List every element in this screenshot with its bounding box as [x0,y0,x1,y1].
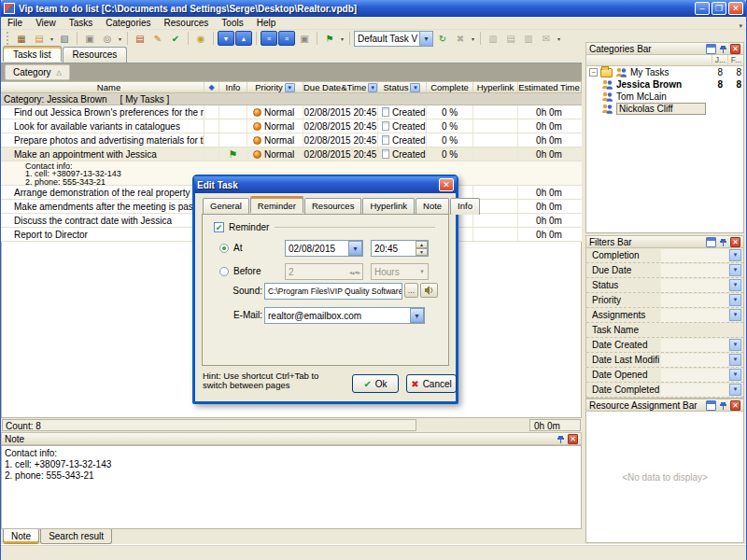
before-unit-combobox[interactable]: Hours ▼ [371,263,429,280]
tree-item-my-tasks[interactable]: − My Tasks 8 8 [586,66,743,78]
close-icon[interactable]: ✕ [730,44,740,54]
tab-hyperlink[interactable]: Hyperlink [362,198,415,215]
tree-item-tom-mclain[interactable]: Tom McLain [586,91,743,103]
filter-icon[interactable]: ▼ [410,83,420,92]
column-status[interactable]: Status▼ [378,82,427,92]
column-hyperlink[interactable]: Hyperlink [473,82,518,92]
spin-down-icon[interactable]: ▼ [416,248,428,256]
pin-icon[interactable] [718,400,728,411]
reminder-date-combobox[interactable]: 02/08/2015 ▼ [285,240,363,257]
table-row[interactable]: Look for available variants in catalogue… [1,119,582,133]
filter-date-last-modified[interactable]: Date Last Modifi▼ [586,353,743,368]
chevron-down-icon[interactable]: ▼ [729,339,741,351]
email-combobox[interactable]: realtor@emailbox.com ▼ [264,307,425,324]
cancel-button[interactable]: ✖Cancel [406,374,457,393]
filter-date-completed[interactable]: Date Completed▼ [586,383,743,398]
filter-assignments[interactable]: Assignments▼ [586,308,743,323]
tab-search-result[interactable]: Search result [40,529,112,544]
chevron-down-icon[interactable]: ▼ [729,264,741,276]
chevron-down-icon[interactable]: ▼ [729,354,741,366]
column-name[interactable]: Name [1,82,204,92]
table-row[interactable]: Find out Jessica Brown's preferences for… [1,105,582,119]
tab-resources[interactable]: Resources [304,198,361,215]
before-radio[interactable] [219,267,229,276]
at-radio[interactable] [219,244,229,253]
toolbar-options-icon[interactable]: ▾ [739,22,742,30]
column-priority[interactable]: Priority▼ [247,82,303,92]
filter-due-date[interactable]: Due Date▼ [586,263,743,278]
menu-categories[interactable]: Categories [99,17,157,29]
chevron-down-icon[interactable]: ▼ [729,249,741,261]
chevron-down-icon[interactable]: ▼ [410,308,424,323]
column-f[interactable]: F... [727,55,743,65]
group-row[interactable]: Category: Jessica Brown [ My Tasks ] [1,93,582,105]
chevron-down-icon[interactable]: ▼ [729,294,741,306]
minimize-button[interactable]: – [695,2,710,15]
chevron-down-icon[interactable]: ▼ [729,369,741,381]
filter-date-created[interactable]: Date Created▼ [586,338,743,353]
window-mode-icon[interactable] [706,400,716,411]
menu-tools[interactable]: Tools [215,17,249,29]
play-sound-button[interactable] [420,283,438,298]
collapse-node-icon[interactable]: − [589,68,598,77]
tab-info[interactable]: Info [450,198,480,215]
pin-icon[interactable] [556,434,566,444]
filter-status[interactable]: Status▼ [586,278,743,293]
menu-view[interactable]: View [29,17,63,29]
filter-date-opened[interactable]: Date Opened▼ [586,368,743,383]
filter-priority[interactable]: Priority▼ [586,293,743,308]
chevron-down-icon[interactable]: ▼ [348,241,362,256]
close-icon[interactable]: ✕ [568,434,578,444]
tab-tasks-list[interactable]: Tasks list [3,46,62,62]
tab-reminder[interactable]: Reminder [250,196,303,213]
close-icon[interactable]: ✕ [730,400,740,411]
column-info[interactable]: Info [219,82,247,92]
close-icon[interactable]: ✕ [730,237,740,247]
column-due-date[interactable]: Due Date&Time▼ [303,82,378,92]
filter-completion[interactable]: Completion▼ [586,248,743,263]
column-estimated-time[interactable]: Estimated Time [518,82,580,92]
filter-icon[interactable]: ▼ [368,83,377,92]
new-task-caret-icon[interactable]: ▾ [49,35,55,42]
reminder-checkbox[interactable]: ✔ [214,222,224,232]
sound-path-field[interactable]: C:\Program Files\VIP Quality Software\VI… [264,283,402,300]
table-row-selected[interactable]: Make an appointment with Jessica ⚑ Norma… [1,147,582,161]
tab-note[interactable]: Note [416,198,449,215]
chevron-down-icon[interactable]: ▼ [729,279,741,291]
view-caret-icon[interactable]: ▾ [470,35,476,42]
column-j[interactable]: J... [712,55,727,65]
chevron-down-icon[interactable]: ▼ [729,384,741,396]
ok-button[interactable]: ✔Ok [352,374,399,393]
note-panel-content[interactable]: Contact info: 1. cell: +38097-13-32-143 … [1,445,582,529]
tree-item-nickolas-cliff[interactable]: Nickolas Cliff [586,103,743,115]
column-priority-icon[interactable]: ◆ [204,82,219,92]
filter-icon[interactable]: ▼ [285,83,295,92]
tree-item-jessica-brown[interactable]: Jessica Brown 8 8 [586,78,743,91]
filter-task-name[interactable]: Task Name [586,323,743,338]
window-mode-icon[interactable] [706,44,716,54]
reminder-time-spinner[interactable]: 20:45 ▲▼ [371,240,429,257]
before-value-spinner[interactable]: 2 ◂▴▾▸ [285,263,363,280]
menu-tasks[interactable]: Tasks [63,17,100,29]
menu-file[interactable]: File [1,17,29,29]
menu-resources[interactable]: Resources [158,17,216,29]
tab-general[interactable]: General [203,198,249,215]
dialog-close-icon[interactable]: ✕ [439,178,454,191]
toolbar-overflow-caret-icon[interactable]: ▾ [556,35,562,42]
restore-button[interactable]: ❐ [712,2,726,15]
browse-sound-button[interactable]: … [404,283,418,298]
flag-caret-icon[interactable]: ▾ [339,35,345,42]
menu-help[interactable]: Help [250,17,283,29]
pin-icon[interactable] [718,237,728,247]
tab-note[interactable]: Note [3,529,39,544]
tab-resources[interactable]: Resources [63,47,128,63]
pin-icon[interactable] [718,44,728,54]
chevron-down-icon[interactable]: ▼ [729,309,741,321]
spin-up-icon[interactable]: ▲ [416,241,428,248]
close-button[interactable]: ✕ [728,2,743,15]
window-mode-icon[interactable] [706,237,716,247]
group-by-category-button[interactable]: Category △ [5,64,70,80]
print-caret-icon[interactable]: ▾ [117,35,123,42]
table-row[interactable]: Prepare photos and advertising materials… [1,133,582,147]
column-complete[interactable]: Complete [427,82,473,92]
